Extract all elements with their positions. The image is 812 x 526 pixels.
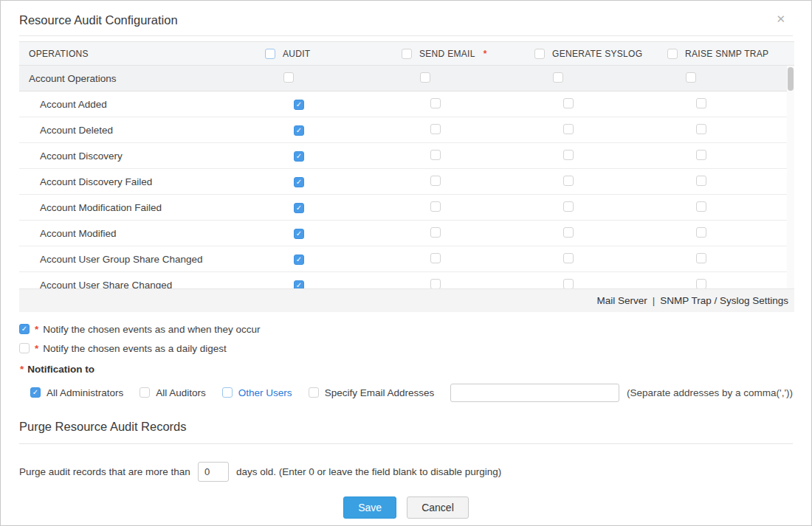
- notification-to-row: * Notification to: [19, 361, 793, 377]
- operation-label: Account Discovery Failed: [40, 176, 152, 187]
- operation-label: Account Deleted: [40, 125, 113, 136]
- raise-snmp-trap-checkbox[interactable]: [696, 227, 706, 238]
- mail-server-link[interactable]: Mail Server: [596, 295, 647, 306]
- recipient-label: All Administrators: [47, 387, 123, 398]
- table-footer: Mail Server | SNMP Trap / Syslog Setting…: [19, 288, 794, 312]
- raise-snmp-trap-checkbox[interactable]: [696, 176, 706, 186]
- scrollbar-track[interactable]: [787, 66, 794, 288]
- notify-options: ✓ * Notify the chosen events as and when…: [19, 319, 793, 358]
- table-row: Account User Group Share Changed ✓: [19, 246, 794, 272]
- notify-option-label: Notify the chosen events as a daily dige…: [43, 343, 226, 354]
- send-email-checkbox[interactable]: [430, 176, 441, 186]
- generate-syslog-checkbox[interactable]: [563, 124, 574, 134]
- operations-table: OPERATIONS AUDIT SEND EMAIL* GENERATE SY…: [19, 41, 794, 312]
- notify-checkbox[interactable]: [19, 343, 30, 353]
- send-email-checkbox[interactable]: [430, 227, 441, 238]
- column-raise-snmp-trap: RAISE SNMP TRAP: [665, 49, 794, 59]
- audit-checkbox[interactable]: ✓: [294, 203, 304, 213]
- send-email-checkbox[interactable]: [430, 124, 441, 134]
- select-all-send-email-checkbox[interactable]: [402, 49, 412, 59]
- page-title: Resource Audit Configuration: [19, 13, 178, 27]
- send-email-checkbox[interactable]: [430, 253, 441, 263]
- audit-checkbox[interactable]: ✓: [294, 255, 304, 265]
- dialog-header: Resource Audit Configuration ✕: [19, 1, 793, 36]
- close-icon[interactable]: ✕: [768, 13, 793, 26]
- table-row: Account Added ✓: [19, 91, 794, 117]
- snmp-syslog-settings-link[interactable]: SNMP Trap / Syslog Settings: [660, 295, 788, 306]
- email-hint: (Separate addresses by a comma(',')): [627, 387, 793, 398]
- required-asterisk: *: [35, 324, 38, 335]
- generate-syslog-checkbox[interactable]: [563, 253, 574, 263]
- purge-days-input[interactable]: [198, 462, 229, 482]
- purge-section-title: Purge Resource Audit Records: [19, 420, 793, 444]
- column-generate-syslog: GENERATE SYSLOG: [532, 49, 665, 59]
- audit-checkbox[interactable]: ✓: [294, 280, 304, 288]
- audit-checkbox[interactable]: ✓: [294, 177, 304, 187]
- recipient-checkbox[interactable]: ✓: [30, 387, 41, 398]
- save-button[interactable]: Save: [343, 496, 396, 519]
- action-buttons: Save Cancel: [1, 496, 811, 519]
- operation-label: Account Added: [40, 99, 107, 110]
- send-email-checkbox[interactable]: [420, 72, 430, 83]
- audit-checkbox[interactable]: ✓: [294, 125, 304, 136]
- resource-audit-config-dialog: Resource Audit Configuration ✕ OPERATION…: [0, 0, 812, 526]
- notify-option-label: Notify the chosen events as and when the…: [43, 324, 260, 335]
- scrollbar-thumb[interactable]: [788, 67, 794, 91]
- column-audit: AUDIT: [263, 49, 399, 59]
- raise-snmp-trap-checkbox[interactable]: [696, 201, 706, 212]
- generate-syslog-checkbox[interactable]: [563, 98, 574, 108]
- generate-syslog-checkbox[interactable]: [563, 176, 574, 186]
- raise-snmp-trap-checkbox[interactable]: [696, 253, 706, 263]
- recipient-checkbox[interactable]: [309, 387, 319, 398]
- generate-syslog-checkbox[interactable]: [553, 72, 563, 83]
- audit-checkbox[interactable]: ✓: [294, 151, 304, 162]
- footer-separator: |: [653, 295, 656, 306]
- purge-text-after: days old. (Enter 0 or leave the field bl…: [236, 466, 501, 477]
- raise-snmp-trap-checkbox[interactable]: [696, 279, 706, 289]
- send-email-checkbox[interactable]: [430, 279, 441, 289]
- table-row: Account Discovery ✓: [19, 143, 794, 169]
- raise-snmp-trap-checkbox[interactable]: [696, 150, 706, 160]
- raise-snmp-trap-checkbox[interactable]: [696, 124, 706, 134]
- notify-option: ✓ * Notify the chosen events as and when…: [19, 319, 793, 339]
- column-raise-snmp-trap-label: RAISE SNMP TRAP: [685, 49, 768, 59]
- required-asterisk: *: [484, 49, 487, 59]
- audit-checkbox[interactable]: ✓: [294, 100, 304, 110]
- generate-syslog-checkbox[interactable]: [563, 201, 574, 212]
- raise-snmp-trap-checkbox[interactable]: [696, 98, 706, 108]
- send-email-checkbox[interactable]: [430, 201, 441, 212]
- purge-settings-row: Purge audit records that are more than d…: [19, 462, 793, 482]
- recipient-option: All Auditors: [140, 387, 206, 398]
- recipient-checkbox[interactable]: [222, 387, 233, 398]
- required-asterisk: *: [20, 364, 24, 375]
- raise-snmp-trap-checkbox[interactable]: [686, 72, 696, 83]
- generate-syslog-checkbox[interactable]: [563, 279, 574, 289]
- select-all-raise-snmp-trap-checkbox[interactable]: [667, 49, 678, 59]
- table-row: Account User Share Changed ✓: [19, 272, 794, 288]
- select-all-audit-checkbox[interactable]: [265, 49, 275, 59]
- recipient-label: All Auditors: [156, 387, 206, 398]
- recipient-option: Specify Email Addresses: [309, 387, 435, 398]
- send-email-checkbox[interactable]: [430, 98, 441, 108]
- email-addresses-input[interactable]: [450, 384, 619, 402]
- notify-checkbox[interactable]: ✓: [19, 324, 30, 334]
- operation-label: Account Modified: [40, 228, 117, 239]
- generate-syslog-checkbox[interactable]: [563, 150, 574, 160]
- recipient-label: Specify Email Addresses: [325, 387, 435, 398]
- audit-checkbox[interactable]: ✓: [294, 229, 304, 239]
- operation-label: Account Operations: [29, 73, 117, 84]
- recipient-checkbox[interactable]: [140, 387, 150, 398]
- recipient-label[interactable]: Other Users: [238, 387, 292, 398]
- generate-syslog-checkbox[interactable]: [563, 227, 574, 238]
- column-send-email: SEND EMAIL*: [399, 49, 532, 59]
- send-email-checkbox[interactable]: [430, 150, 441, 160]
- recipient-option: Other Users: [222, 387, 292, 398]
- cancel-button[interactable]: Cancel: [407, 496, 469, 519]
- table-row: Account Modification Failed ✓: [19, 195, 794, 221]
- audit-checkbox[interactable]: [283, 72, 294, 83]
- table-row: Account Discovery Failed ✓: [19, 169, 794, 195]
- operation-label: Account Modification Failed: [40, 202, 162, 213]
- select-all-generate-syslog-checkbox[interactable]: [534, 49, 545, 59]
- column-send-email-label: SEND EMAIL: [419, 49, 475, 59]
- purge-text-before: Purge audit records that are more than: [19, 466, 190, 477]
